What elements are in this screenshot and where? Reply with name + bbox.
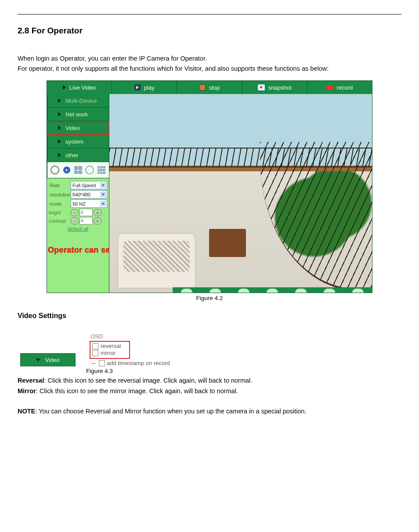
record-button[interactable]: record — [307, 81, 372, 94]
snapshot-button[interactable]: snapshot — [242, 81, 307, 94]
triangle-down-icon — [36, 358, 40, 362]
resolution-select[interactable]: 640*480 — [71, 190, 107, 199]
chevron-down-icon — [100, 201, 106, 206]
play-icon — [134, 84, 141, 90]
control-panel: Rate Full-Speed resolution 640*480 — [47, 178, 109, 248]
stop-button[interactable]: stop — [177, 81, 242, 94]
default-all-link[interactable]: default all — [49, 226, 107, 232]
triangle-icon — [63, 85, 66, 90]
chevron-down-icon — [100, 192, 106, 197]
sidebar: Multi-Device Net work Video system other — [47, 94, 109, 293]
mode-value: 50 HZ — [72, 201, 86, 206]
record-icon — [326, 85, 333, 90]
video-settings-heading: Video Settings — [18, 312, 401, 320]
rate-select[interactable]: Full-Speed — [71, 181, 107, 189]
section-heading: 2.8 For Operator — [18, 26, 401, 36]
contrast-minus-button[interactable]: − — [71, 217, 79, 224]
mode-select[interactable]: 50 HZ — [71, 199, 107, 208]
resolution-value: 640*480 — [72, 192, 90, 197]
play-label: play — [144, 84, 155, 91]
view-grid4-icon[interactable] — [73, 165, 83, 175]
reversal-desc: : Click this icon to see the reversal im… — [44, 377, 252, 384]
triangle-icon — [58, 126, 61, 130]
sidebar-item-network[interactable]: Net work — [47, 108, 109, 121]
description-block: Reversal: Click this icon to see the rev… — [18, 376, 401, 416]
sidebar-label: system — [65, 138, 83, 145]
rate-value: Full-Speed — [72, 183, 96, 188]
figure-4-3: Video OSD reversal mirror → add timestam… — [20, 333, 401, 366]
mirror-label: mirror — [101, 350, 116, 356]
live-video-tab[interactable]: Live Video — [47, 81, 112, 94]
bright-plus-button[interactable]: + — [94, 209, 101, 216]
toolbar: Live Video play stop snapshot record — [47, 81, 372, 94]
contrast-plus-button[interactable]: + — [94, 217, 101, 224]
bright-minus-button[interactable]: − — [71, 209, 79, 216]
mirror-checkbox[interactable] — [92, 350, 98, 356]
reversal-checkbox[interactable] — [92, 343, 98, 349]
view-single-outline-icon[interactable] — [50, 165, 60, 175]
triangle-icon — [58, 98, 61, 103]
bright-label: bright — [49, 210, 70, 215]
intro-line-2: For operator, it not only supports all t… — [18, 64, 401, 73]
live-video-label: Live Video — [69, 84, 96, 91]
mirror-desc: : Click this icon to see the mirror imag… — [36, 387, 238, 394]
view-single-outline2-icon[interactable] — [85, 165, 94, 175]
stop-icon — [199, 84, 206, 90]
page-top-rule — [18, 14, 401, 14]
play-button[interactable]: play — [112, 81, 177, 94]
bright-value[interactable]: 6 — [79, 209, 93, 216]
figure-4-3-caption: Figure 4.3 — [86, 368, 401, 374]
video-preview — [109, 94, 372, 293]
camera-icon — [258, 84, 265, 90]
sidebar-item-other[interactable]: other — [47, 148, 109, 162]
sidebar-item-system[interactable]: system — [47, 135, 109, 148]
note-desc: : You can choose Reversal and Mirror fun… — [35, 408, 306, 415]
osd-highlight-box: reversal mirror — [90, 341, 130, 359]
triangle-icon — [58, 139, 61, 144]
osd-panel: OSD reversal mirror → add timestamp on r… — [90, 333, 170, 366]
reversal-bold: Reversal — [18, 377, 44, 384]
reversal-label: reversal — [101, 343, 121, 349]
contrast-value[interactable]: 4 — [79, 217, 93, 224]
snapshot-label: snapshot — [268, 84, 292, 91]
sidebar-label: Net work — [65, 111, 88, 118]
view-single-active-icon[interactable]: ● — [62, 165, 72, 175]
contrast-label: contrast — [49, 218, 70, 224]
view-grid9-icon[interactable] — [97, 165, 106, 175]
stop-label: stop — [209, 84, 220, 91]
sidebar-item-video-expanded[interactable]: Video — [20, 353, 76, 366]
triangle-icon — [58, 153, 61, 157]
arrow-right-icon: → — [90, 361, 97, 366]
sidebar-label: Video — [65, 125, 80, 131]
sidebar-label: Multi-Device — [65, 98, 97, 104]
mirror-bold: Mirror — [18, 387, 36, 394]
view-mode-strip: ● — [47, 162, 109, 178]
triangle-icon — [58, 112, 61, 116]
chevron-down-icon — [100, 182, 106, 188]
record-label: record — [336, 84, 353, 91]
video-button-label: Video — [45, 357, 59, 363]
timestamp-checkbox[interactable] — [99, 360, 105, 366]
mode-label: mode — [49, 201, 70, 206]
timestamp-label: add timestamp on record — [107, 360, 170, 366]
figure-4-2-caption: Figure 4.2 — [18, 295, 401, 301]
sidebar-item-multi-device[interactable]: Multi-Device — [47, 94, 109, 108]
intro-line-1: When login as Operator, you can enter th… — [18, 54, 401, 63]
rate-label: Rate — [49, 183, 70, 188]
sidebar-label: other — [65, 152, 79, 159]
camera-ui-screenshot: Live Video play stop snapshot record — [47, 80, 372, 293]
osd-title: OSD — [90, 333, 170, 340]
resolution-label: resolution — [49, 192, 70, 197]
note-bold: NOTE — [18, 408, 35, 415]
sidebar-item-video[interactable]: Video — [47, 121, 109, 135]
